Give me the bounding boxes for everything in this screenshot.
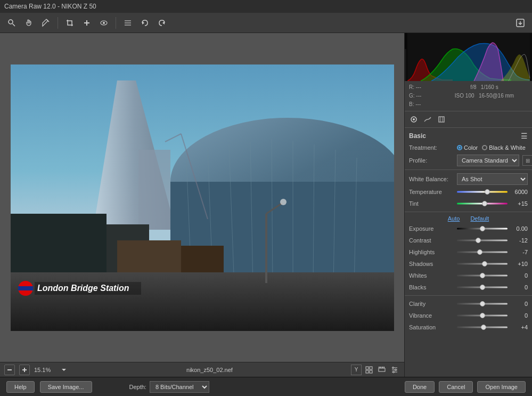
tint-thumb[interactable]: [482, 201, 487, 206]
clarity-slider[interactable]: [457, 301, 508, 306]
treatment-label: Treatment:: [409, 144, 457, 151]
grid-view-button[interactable]: [364, 365, 374, 375]
svg-rect-66: [439, 117, 444, 122]
b-label: B: ---: [409, 100, 441, 109]
highlights-thumb[interactable]: [477, 249, 482, 255]
contrast-value[interactable]: -12: [508, 237, 528, 244]
auto-button[interactable]: Auto: [448, 215, 460, 222]
svg-rect-33: [18, 286, 33, 290]
profile-select[interactable]: Camera Standard: [457, 155, 519, 166]
shutter: 1/160 s: [481, 84, 498, 90]
blacks-value[interactable]: 0: [508, 284, 528, 290]
toolbar-separator-2: [116, 17, 116, 29]
temperature-thumb[interactable]: [485, 189, 490, 195]
highlights-value[interactable]: -7: [508, 249, 528, 255]
saturation-content: [457, 325, 508, 330]
blacks-thumb[interactable]: [480, 285, 485, 290]
shadows-slider[interactable]: [457, 261, 508, 266]
exposure-slider[interactable]: [457, 226, 508, 231]
contrast-thumb[interactable]: [476, 238, 481, 243]
saturation-thumb[interactable]: [481, 325, 486, 330]
shadows-thumb[interactable]: [482, 261, 487, 266]
highlights-slider[interactable]: [457, 249, 508, 255]
export-button[interactable]: [513, 15, 528, 30]
heal-tool[interactable]: [79, 15, 94, 30]
adjustments-panel: Basic ☰ Treatment: Color Black & White: [405, 128, 532, 377]
zoom-level[interactable]: 15.1%: [34, 367, 55, 373]
whites-thumb[interactable]: [480, 273, 485, 278]
treatment-row: Treatment: Color Black & White: [405, 142, 532, 153]
saturation-slider[interactable]: [457, 325, 508, 330]
shadows-content: [457, 261, 508, 266]
whites-value[interactable]: 0: [508, 272, 528, 279]
zoom-dropdown[interactable]: [60, 366, 68, 374]
redeye-tool[interactable]: [96, 15, 111, 30]
workflow-button[interactable]: Y: [351, 365, 362, 375]
adjustment-brush[interactable]: [120, 15, 135, 30]
svg-point-59: [393, 371, 395, 373]
zoom-out-button[interactable]: [4, 365, 15, 375]
default-button[interactable]: Default: [470, 215, 489, 222]
filmstrip-button[interactable]: [377, 365, 387, 375]
tint-value[interactable]: +15: [508, 200, 528, 207]
treatment-color-option[interactable]: Color: [457, 144, 478, 151]
whites-slider[interactable]: [457, 273, 508, 278]
treatment-options: Color Black & White: [457, 144, 528, 151]
tint-slider[interactable]: [457, 201, 508, 206]
exposure-row: Exposure 0.00: [405, 223, 532, 235]
svg-point-58: [395, 369, 397, 370]
auto-default-row: Auto Default: [405, 214, 532, 223]
zoom-in-button[interactable]: [19, 365, 30, 375]
clarity-thumb[interactable]: [480, 301, 485, 306]
clarity-label: Clarity: [409, 301, 457, 307]
clarity-value[interactable]: 0: [508, 301, 528, 307]
contrast-row: Contrast -12: [405, 235, 532, 246]
cancel-button[interactable]: Cancel: [439, 381, 473, 393]
depth-label: Depth:: [129, 384, 146, 390]
wb-select[interactable]: As Shot: [457, 173, 528, 185]
help-button[interactable]: Help: [6, 381, 35, 393]
blacks-slider[interactable]: [457, 285, 508, 290]
tab-curves[interactable]: [422, 114, 433, 125]
treatment-bw-option[interactable]: Black & White: [482, 144, 525, 151]
save-image-button[interactable]: Save Image...: [40, 381, 92, 393]
treatment-bw-radio[interactable]: [482, 145, 487, 150]
redo-button[interactable]: [154, 15, 169, 30]
treatment-bw-label: Black & White: [489, 144, 525, 151]
exposure-thumb[interactable]: [480, 226, 485, 231]
right-panel: R: --- f/8 1/160 s G: --- ISO 100 16-50@…: [404, 33, 532, 377]
temperature-row: Temperature 6000: [405, 186, 532, 198]
temperature-slider[interactable]: [457, 189, 508, 195]
tab-camera[interactable]: [408, 114, 420, 125]
vibrance-thumb[interactable]: [480, 313, 485, 318]
tab-detail[interactable]: [436, 114, 447, 125]
exposure-value[interactable]: 0.00: [508, 225, 528, 232]
contrast-slider[interactable]: [457, 238, 508, 243]
temperature-value[interactable]: 6000: [508, 189, 528, 195]
treatment-color-radio[interactable]: [457, 145, 462, 150]
hand-tool[interactable]: [21, 15, 36, 30]
section-menu-button[interactable]: ☰: [521, 132, 528, 140]
image-container[interactable]: London Bridge Station: [0, 33, 404, 362]
exposure-label: Exposure: [409, 225, 457, 232]
open-image-button[interactable]: Open Image: [477, 381, 526, 393]
app-title: Camera Raw 12.0 - NIKON Z 50: [4, 3, 96, 10]
vibrance-label: Vibrance: [409, 312, 457, 319]
shadows-value[interactable]: +10: [508, 261, 528, 267]
settings-panel-button[interactable]: [389, 365, 400, 375]
profile-grid-button[interactable]: ⊞: [522, 155, 532, 166]
saturation-value[interactable]: +4: [508, 324, 528, 330]
crop-tool[interactable]: [62, 15, 77, 30]
svg-rect-41: [7, 369, 12, 370]
vibrance-value[interactable]: 0: [508, 312, 528, 319]
eyedropper-tool[interactable]: [38, 15, 53, 30]
vibrance-slider[interactable]: [457, 313, 508, 318]
undo-button[interactable]: [137, 15, 152, 30]
highlights-content: [457, 249, 508, 255]
zoom-tool[interactable]: [4, 15, 19, 30]
done-button[interactable]: Done: [405, 381, 435, 393]
depth-group: Depth: 8 Bits/Channel 16 Bits/Channel 32…: [129, 381, 209, 393]
svg-rect-53: [383, 367, 384, 368]
depth-select[interactable]: 8 Bits/Channel 16 Bits/Channel 32 Bits/C…: [150, 381, 209, 393]
svg-point-6: [103, 22, 105, 24]
